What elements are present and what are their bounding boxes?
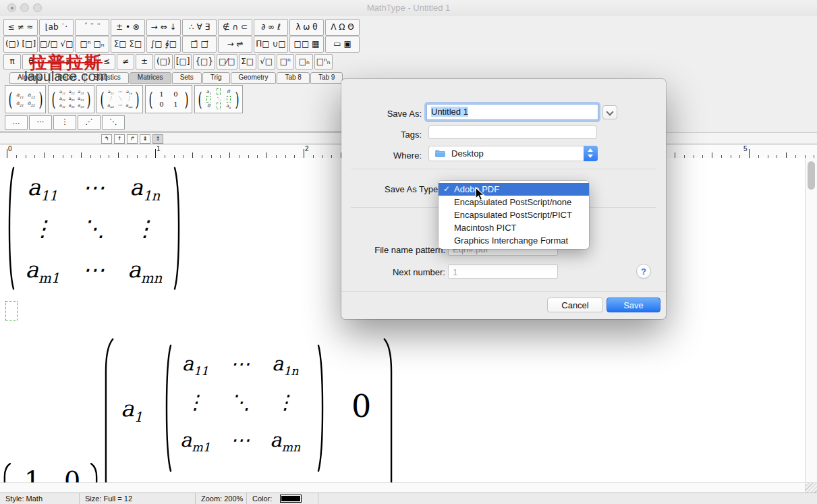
save-type-menu: ✓ Adobe PDF Encapsulated PostScript/none… (439, 181, 589, 249)
mouse-cursor-icon (474, 187, 485, 204)
small-bar-button[interactable]: ≠ (117, 54, 134, 69)
menu-item-adobe-pdf[interactable]: ✓ Adobe PDF (439, 183, 589, 196)
menu-item-eps-pict[interactable]: Encapsulated PostScript/PICT (439, 208, 589, 221)
symbol-palette-button[interactable]: ´ ¯ ¨ (75, 19, 109, 36)
help-button[interactable]: ? (636, 264, 651, 279)
small-bar-button[interactable]: □⁄□ (217, 54, 237, 69)
template-3x3-button[interactable]: ( a11a12a13a21a22a23a31a32a33 ) (48, 85, 94, 113)
inner-right-paren (316, 343, 328, 474)
insertion-slot (5, 301, 18, 321)
template-diagonal-button[interactable]: ( a10⋱0an ) (194, 85, 243, 113)
horizontal-scrollbar[interactable] (0, 482, 805, 493)
matrix-template-row: ( a11a12a21a22 ) ( a11a12a13a21a22a23a31… (5, 85, 243, 113)
next-number-input[interactable]: 1 (448, 264, 558, 279)
where-popup[interactable]: Desktop (428, 146, 598, 161)
symbol-palette-button[interactable]: Λ Ω Θ (325, 19, 360, 36)
symbol-palette-button[interactable]: ∉ ∩ ⊂ (218, 19, 252, 36)
template-palette-button[interactable]: ∫□ ∮□ (146, 36, 181, 53)
watermark-site: lapulace.com (24, 68, 108, 84)
menu-item-gif[interactable]: Graphics Interchange Format (439, 234, 589, 247)
symbol-palette-button[interactable]: λ ω θ (289, 19, 324, 36)
tab-stop-button[interactable]: ↑ (114, 134, 125, 144)
template-palette-button[interactable]: □□ ▦ (289, 36, 324, 53)
save-as-label: Save As: (347, 109, 422, 119)
save-button[interactable]: Save (607, 298, 660, 312)
chevron-down-icon (606, 108, 613, 115)
small-bar-button[interactable]: {□} (193, 54, 215, 69)
paren-close: ) (38, 88, 43, 111)
template-palette-button[interactable]: □̄ □⃗ (182, 36, 217, 53)
small-bar-button[interactable]: (□) (154, 54, 173, 69)
tab-matrices[interactable]: Matrices (130, 72, 171, 84)
template-palette-button[interactable]: → ⇌ (218, 36, 252, 53)
dots-template-button[interactable]: ⋰ (78, 115, 101, 130)
template-palette-button[interactable]: (□) [□] (3, 36, 38, 53)
selected-filename: Untitled 1 (431, 107, 468, 117)
matrix-preview-mxn: a11⋯a1n⋮⋱⋮am1⋯amn (106, 89, 134, 109)
symbol-palette-button[interactable]: → ⇔ ↓ (146, 19, 181, 36)
tags-input[interactable] (428, 125, 597, 139)
small-bar-button[interactable]: Σ□ (239, 54, 256, 69)
template-palette-button[interactable]: □ⁿ □ₙ (75, 36, 109, 53)
menu-item-eps-none[interactable]: Encapsulated PostScript/none (439, 196, 589, 208)
outer-right-paren (383, 337, 395, 482)
tab-stop-buttons: ↰↑↱↨↥ (101, 134, 163, 144)
a1-term: a1 (121, 395, 142, 425)
tab-8[interactable]: Tab 8 (277, 72, 309, 84)
color-swatch[interactable] (280, 495, 302, 503)
small-bar-button[interactable]: □ⁿₙ (314, 54, 333, 69)
small-bar-button[interactable]: □ⁿ (277, 54, 294, 69)
left-paren (2, 463, 11, 482)
menu-item-macintosh-pict[interactable]: Macintosh PICT (439, 221, 589, 234)
dots-template-button[interactable]: … (5, 115, 28, 130)
window-title: MathType - Untitled 1 (0, 3, 817, 13)
template-palette-button[interactable]: Π□ ∪□ (254, 36, 288, 53)
tab-stop-button[interactable]: ↥ (152, 134, 163, 144)
symbol-palette-button[interactable]: ≤ ≠ ≈ (3, 19, 38, 36)
paren-close: ) (87, 88, 91, 111)
where-label: Where: (347, 150, 422, 161)
matrix-preview-identity: 1001 (154, 89, 183, 109)
tab-9[interactable]: Tab 9 (310, 72, 343, 84)
matrix-preview-2x2: a11a12a21a22 (14, 91, 37, 107)
dots-template-button[interactable]: ⋮ (53, 115, 76, 130)
tab-stop-button[interactable]: ↰ (101, 134, 112, 144)
small-bar-button[interactable]: ± (136, 54, 153, 69)
template-2x2-button[interactable]: ( a11a12a21a22 ) (5, 85, 46, 113)
small-bar-button[interactable]: □ₙ (295, 54, 313, 69)
template-palette-button[interactable]: Σ□ Σ□ (111, 36, 145, 53)
small-bar-button[interactable]: [□] (174, 54, 192, 69)
small-bar-button[interactable]: π (3, 54, 21, 69)
expand-button[interactable] (602, 105, 617, 119)
symbol-palette-button[interactable]: ∴ ∀ ∃ (182, 19, 217, 36)
resize-grip[interactable] (805, 482, 817, 493)
filename-input[interactable]: Untitled 1 (426, 104, 598, 120)
cancel-button[interactable]: Cancel (547, 298, 603, 312)
template-mxn-button[interactable]: ( a11⋯a1n⋮⋱⋮am1⋯amn ) (96, 85, 143, 113)
template-palette-button[interactable]: □∕□ √□ (39, 36, 74, 53)
next-number-label: Next number: (358, 267, 445, 277)
template-palette-button[interactable]: ▭ ▣ (325, 36, 360, 53)
checkmark-icon: ✓ (443, 183, 450, 196)
vertical-scrollbar[interactable] (805, 158, 817, 482)
inner-matrix-body: a11⋯a1n⋮⋱⋮am1⋯amn (173, 345, 308, 459)
matrices-panel: ( a11a12a21a22 ) ( a11a12a13a21a22a23a31… (0, 83, 345, 132)
template-identity-button[interactable]: ( 1001 ) (145, 85, 192, 113)
ruler-number: 0 (8, 145, 12, 152)
vertical-scrollbar-thumb[interactable] (808, 161, 815, 190)
dots-template-button[interactable]: ⋱ (102, 115, 125, 130)
popup-stepper[interactable] (584, 146, 598, 161)
equation-matrix-partial: 1 0 (2, 463, 103, 482)
tab-geometry[interactable]: Geometry (231, 72, 277, 84)
symbol-palette-button[interactable]: ∂ ∞ ℓ (254, 19, 288, 36)
symbol-palette-button[interactable]: ± • ⊗ (111, 19, 145, 36)
small-bar-button[interactable]: √□ (258, 54, 275, 69)
symbol-palette-button[interactable]: ⌊ab ˙· (39, 19, 74, 36)
left-paren (4, 165, 16, 291)
tab-stop-button[interactable]: ↨ (140, 134, 150, 144)
tab-trig[interactable]: Trig (202, 72, 230, 84)
tab-stop-button[interactable]: ↱ (127, 134, 138, 144)
tab-sets[interactable]: Sets (172, 72, 202, 84)
dots-template-button[interactable]: ⋯ (29, 115, 52, 130)
status-color: Color: (247, 493, 318, 504)
